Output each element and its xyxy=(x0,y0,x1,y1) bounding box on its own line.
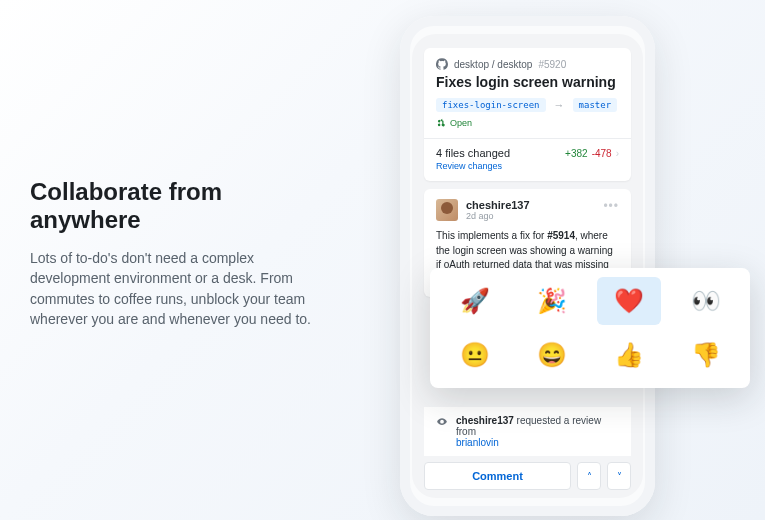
branch-from[interactable]: fixes-login-screen xyxy=(436,98,546,112)
diff-stats: +382 -478 › xyxy=(565,148,619,159)
comment-bar: Comment ˄ ˅ xyxy=(424,462,631,490)
pr-state-label: Open xyxy=(450,118,472,128)
pr-title: Fixes login screen warning xyxy=(436,74,619,90)
reaction-tada[interactable]: 🎉 xyxy=(520,277,584,325)
comment-issue-ref[interactable]: #5914 xyxy=(547,230,575,241)
avatar[interactable] xyxy=(436,199,458,221)
repo-path[interactable]: desktop / desktop xyxy=(454,59,532,70)
comment-user[interactable]: cheshire137 xyxy=(466,199,530,211)
github-icon xyxy=(436,58,448,70)
event-reviewer[interactable]: brianlovin xyxy=(456,437,499,448)
hero-copy: Collaborate from anywhere Lots of to-do'… xyxy=(30,178,330,329)
reaction-neutral[interactable]: 😐 xyxy=(443,331,507,379)
files-changed: 4 files changed xyxy=(436,147,510,159)
chevron-down-button[interactable]: ˅ xyxy=(607,462,631,490)
branch-row: fixes-login-screen → master xyxy=(436,98,619,112)
hero-title: Collaborate from anywhere xyxy=(30,178,330,234)
review-changes-link[interactable]: Review changes xyxy=(436,161,510,171)
phone-mockup: desktop / desktop #5920 Fixes login scre… xyxy=(400,16,655,516)
reaction-eyes[interactable]: 👀 xyxy=(674,277,738,325)
reaction-heart[interactable]: ❤️ xyxy=(597,277,661,325)
eye-icon xyxy=(436,416,448,428)
files-row[interactable]: 4 files changed Review changes +382 -478… xyxy=(436,147,619,171)
event-actor[interactable]: cheshire137 xyxy=(456,415,514,426)
divider xyxy=(424,138,631,139)
more-icon[interactable]: ••• xyxy=(603,199,619,213)
repo-line: desktop / desktop #5920 xyxy=(436,58,619,70)
pr-number: #5920 xyxy=(538,59,566,70)
git-pull-request-icon xyxy=(436,118,446,128)
arrow-icon: → xyxy=(554,99,565,111)
pr-state: Open xyxy=(436,118,619,128)
comment-button[interactable]: Comment xyxy=(424,462,571,490)
additions: +382 xyxy=(565,148,588,159)
reaction-rocket[interactable]: 🚀 xyxy=(443,277,507,325)
reaction-picker: 🚀 🎉 ❤️ 👀 😐 😄 👍 👎 xyxy=(430,268,750,388)
reaction-smile[interactable]: 😄 xyxy=(520,331,584,379)
comment-time: 2d ago xyxy=(466,211,530,221)
phone-screen: desktop / desktop #5920 Fixes login scre… xyxy=(412,34,643,498)
chevron-up-button[interactable]: ˄ xyxy=(577,462,601,490)
reaction-thumbs-up[interactable]: 👍 xyxy=(597,331,661,379)
pr-card: desktop / desktop #5920 Fixes login scre… xyxy=(424,48,631,181)
review-request-event: cheshire137 requested a review from bria… xyxy=(424,407,631,456)
deletions: -478 xyxy=(592,148,612,159)
hero-description: Lots of to-do's don't need a complex dev… xyxy=(30,248,330,329)
reaction-thumbs-down[interactable]: 👎 xyxy=(674,331,738,379)
chevron-right-icon: › xyxy=(616,148,619,159)
comment-body-prefix: This implements a fix for xyxy=(436,230,547,241)
comment-header: cheshire137 2d ago xyxy=(436,199,619,221)
branch-to[interactable]: master xyxy=(573,98,618,112)
